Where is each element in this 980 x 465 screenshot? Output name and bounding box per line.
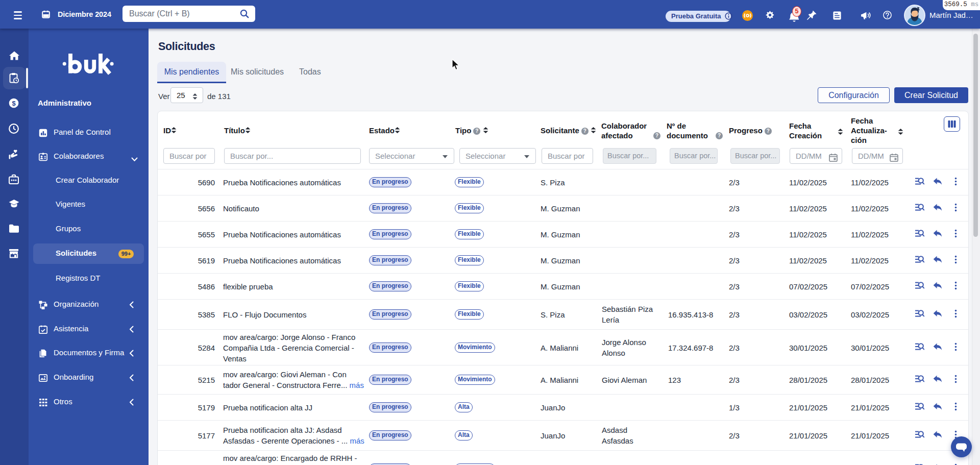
svg-text:$: $ [12, 100, 16, 107]
